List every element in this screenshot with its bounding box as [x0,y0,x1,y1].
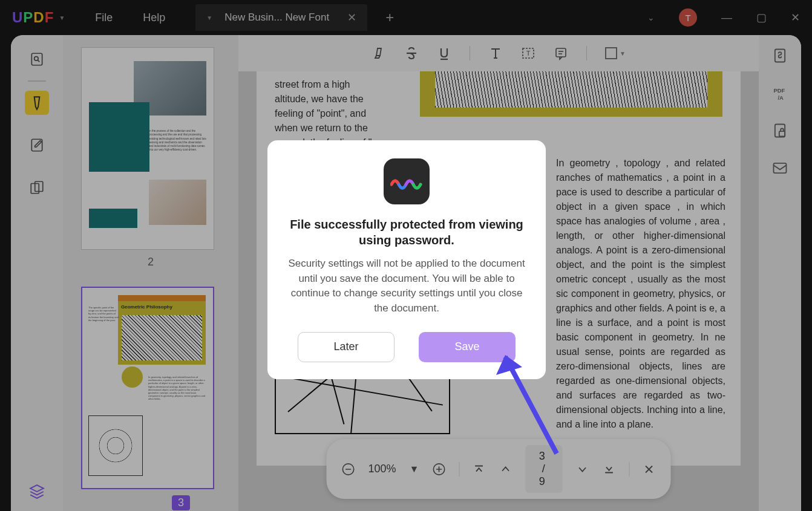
password-protected-dialog: File successfully protected from viewing… [267,140,546,379]
app-icon [384,158,430,204]
dialog-title: File successfully protected from viewing… [286,216,528,248]
dialog-description: Security settings will not be applied to… [286,256,528,316]
dialog-buttons: Later Save [286,332,528,362]
later-button[interactable]: Later [298,332,395,362]
annotation-arrow [493,354,566,465]
